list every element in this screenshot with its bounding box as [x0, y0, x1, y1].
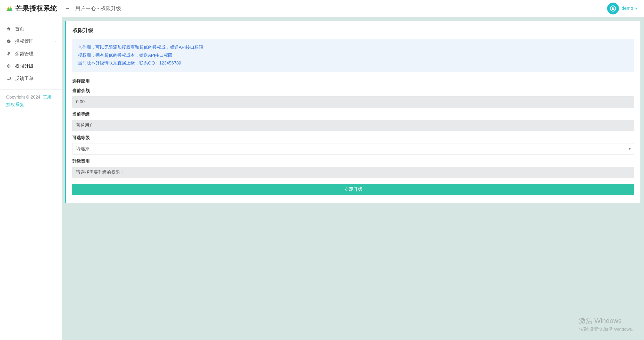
menu-toggle-icon[interactable]	[65, 5, 71, 12]
caret-down-icon: ▼	[635, 7, 638, 10]
sidebar-item-label: 反馈工单	[15, 75, 34, 82]
chevron-right-icon: ›	[55, 52, 56, 56]
sidebar-item-label: 授权管理	[15, 38, 34, 44]
check-circle-icon	[6, 39, 11, 44]
svg-point-5	[7, 39, 11, 43]
sidebar-item-balance-manage[interactable]: 余额管理 ›	[0, 47, 62, 60]
sidebar-item-home[interactable]: 首页	[0, 23, 62, 35]
divider	[0, 89, 62, 90]
label-select-app: 选择应用	[72, 78, 634, 84]
label-choose-level: 可选等级	[72, 135, 634, 141]
copyright: Copyright © 2024. 芒果授权系统	[0, 94, 62, 109]
current-level-display: 普通用户	[72, 120, 634, 131]
balance-icon	[6, 51, 11, 56]
balance-display: 0.00	[72, 96, 634, 108]
label-balance: 当前余额	[72, 88, 634, 94]
label-upgrade-cost: 升级费用	[72, 158, 634, 164]
upgrade-card: 权限升级 合作商，可以无限添加授权商和超低的授权成，赠送API接口权限 授权商，…	[65, 21, 640, 203]
upgrade-cost-display: 请选择需要升级的权限！	[72, 167, 634, 178]
sidebar-item-upgrade[interactable]: 权限升级	[0, 60, 62, 72]
brand[interactable]: 芒果授权系统	[0, 0, 62, 17]
chevron-right-icon: ›	[55, 39, 56, 43]
svg-point-4	[612, 7, 614, 9]
alert-line: 合作商，可以无限添加授权商和超低的授权成，赠送API接口权限	[78, 44, 629, 52]
copyright-text: Copyright © 2024.	[6, 95, 43, 100]
svg-rect-8	[7, 77, 11, 79]
message-icon	[6, 76, 11, 81]
alert-line: 授权商，拥有超低的授权成本，赠送API接口权限	[78, 52, 629, 60]
avatar	[607, 3, 619, 14]
alert-line: 当前版本升级请联系直属上级，联系QQ：123456789	[78, 59, 629, 67]
user-menu[interactable]: demo ▼	[607, 3, 644, 14]
sidebar-item-label: 首页	[15, 26, 24, 32]
sidebar-item-label: 权限升级	[15, 63, 34, 69]
sidebar-item-auth-manage[interactable]: 授权管理 ›	[0, 35, 62, 47]
brand-name: 芒果授权系统	[15, 4, 57, 13]
info-alert: 合作商，可以无限添加授权商和超低的授权成，赠送API接口权限 授权商，拥有超低的…	[72, 39, 634, 72]
plus-diamond-icon	[6, 63, 11, 69]
user-name: demo	[622, 6, 633, 11]
level-select[interactable]: 请选择	[72, 143, 634, 155]
sidebar-item-feedback[interactable]: 反馈工单	[0, 72, 62, 85]
topbar: 芒果授权系统 用户中心 - 权限升级 demo ▼	[0, 0, 644, 17]
submit-upgrade-button[interactable]: 立即升级	[72, 184, 634, 195]
card-title: 权限升级	[72, 27, 634, 34]
main-content: 权限升级 合作商，可以无限添加授权商和超低的授权成，赠送API接口权限 授权商，…	[62, 17, 644, 340]
sidebar-item-label: 余额管理	[15, 51, 34, 57]
brand-logo-icon	[5, 4, 13, 13]
label-current-level: 当前等级	[72, 111, 634, 117]
breadcrumb: 用户中心 - 权限升级	[75, 5, 121, 12]
sidebar: 首页 授权管理 › 余额管理 ›	[0, 17, 62, 340]
home-icon	[6, 26, 11, 31]
